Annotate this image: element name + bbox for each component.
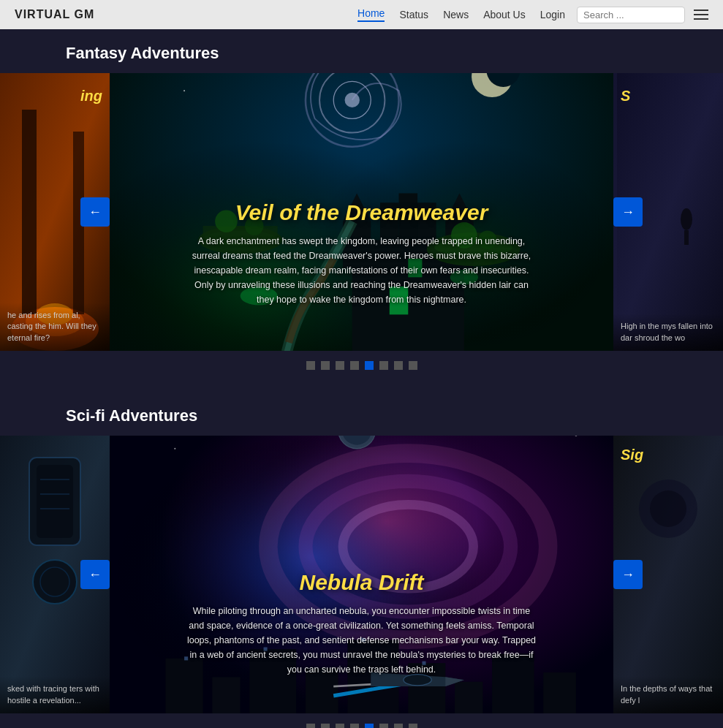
fantasy-left-title: ing xyxy=(80,88,102,105)
fantasy-card-desc: A dark enchantment has swept the kingdom… xyxy=(186,234,537,307)
scifi-card-content: Nebula Drift While piloting through an u… xyxy=(110,436,613,713)
scifi-dot-7[interactable] xyxy=(409,724,417,728)
svg-rect-49 xyxy=(37,465,73,538)
fantasy-dot-7[interactable] xyxy=(409,361,417,370)
scifi-dot-6[interactable] xyxy=(394,724,403,728)
scifi-next-button[interactable]: → xyxy=(613,560,643,589)
fantasy-prev-button[interactable]: ← xyxy=(80,197,110,227)
fantasy-dots xyxy=(0,351,723,377)
fantasy-dot-0[interactable] xyxy=(306,361,315,370)
fantasy-left-text: he and rises from al, casting the him. W… xyxy=(0,303,110,351)
scifi-dot-1[interactable] xyxy=(321,724,330,728)
svg-point-92 xyxy=(650,490,686,527)
nav-news[interactable]: News xyxy=(443,9,469,20)
svg-rect-46 xyxy=(684,230,689,245)
scifi-dot-4[interactable] xyxy=(365,724,374,728)
scifi-dot-3[interactable] xyxy=(350,724,359,728)
scifi-card-desc: While piloting through an uncharted nebu… xyxy=(186,604,537,677)
logo: VIRTUAL GM xyxy=(15,8,94,21)
nav-home[interactable]: Home xyxy=(357,7,385,22)
fantasy-section-title: Fantasy Adventures xyxy=(0,44,723,73)
fantasy-dot-5[interactable] xyxy=(379,361,388,370)
scifi-section: Sci-fi Adventures ← xyxy=(0,406,723,728)
search-box xyxy=(577,7,685,23)
header: VIRTUAL GM Home Status News About Us Log… xyxy=(0,0,723,29)
scifi-section-title: Sci-fi Adventures xyxy=(0,406,723,436)
svg-point-54 xyxy=(40,567,69,596)
scifi-main-card: Nebula Drift While piloting through an u… xyxy=(110,436,613,713)
scifi-dots xyxy=(0,713,723,728)
fantasy-card-content: Veil of the Dreamweaver A dark enchantme… xyxy=(110,73,613,351)
fantasy-section: Fantasy Adventures ← xyxy=(0,44,723,377)
scifi-carousel: ← xyxy=(0,436,723,713)
fantasy-right-title: S xyxy=(621,88,630,105)
nav-login[interactable]: Login xyxy=(540,9,565,20)
fantasy-carousel: ← xyxy=(0,73,723,351)
scifi-left-text: sked with tracing ters with hostile a re… xyxy=(0,676,110,713)
fantasy-dot-4[interactable] xyxy=(365,361,374,370)
fantasy-next-button[interactable]: → xyxy=(613,197,643,227)
scifi-card-title: Nebula Drift xyxy=(186,570,537,595)
fantasy-main-card: Veil of the Dreamweaver A dark enchantme… xyxy=(110,73,613,351)
main-content: Fantasy Adventures ← xyxy=(0,29,723,728)
scifi-dot-0[interactable] xyxy=(306,724,315,728)
fantasy-card-title: Veil of the Dreamweaver xyxy=(186,200,537,225)
fantasy-dot-1[interactable] xyxy=(321,361,330,370)
fantasy-dot-3[interactable] xyxy=(350,361,359,370)
svg-rect-4 xyxy=(22,110,37,314)
search-input[interactable] xyxy=(583,10,678,20)
scifi-right-title: Sig xyxy=(621,447,643,463)
nav: Home Status News About Us Login xyxy=(357,7,565,22)
nav-about[interactable]: About Us xyxy=(483,9,526,20)
scifi-dot-2[interactable] xyxy=(336,724,344,728)
scifi-dot-5[interactable] xyxy=(379,724,388,728)
fantasy-dot-2[interactable] xyxy=(336,361,344,370)
scifi-right-text: In the depths of ways that defy l xyxy=(613,676,723,713)
fantasy-right-text: High in the mys fallen into dar shroud t… xyxy=(613,314,723,351)
svg-point-45 xyxy=(681,208,692,230)
hamburger-menu[interactable] xyxy=(694,10,708,20)
scifi-prev-button[interactable]: ← xyxy=(80,560,110,589)
nav-status[interactable]: Status xyxy=(399,9,428,20)
fantasy-dot-6[interactable] xyxy=(394,361,403,370)
